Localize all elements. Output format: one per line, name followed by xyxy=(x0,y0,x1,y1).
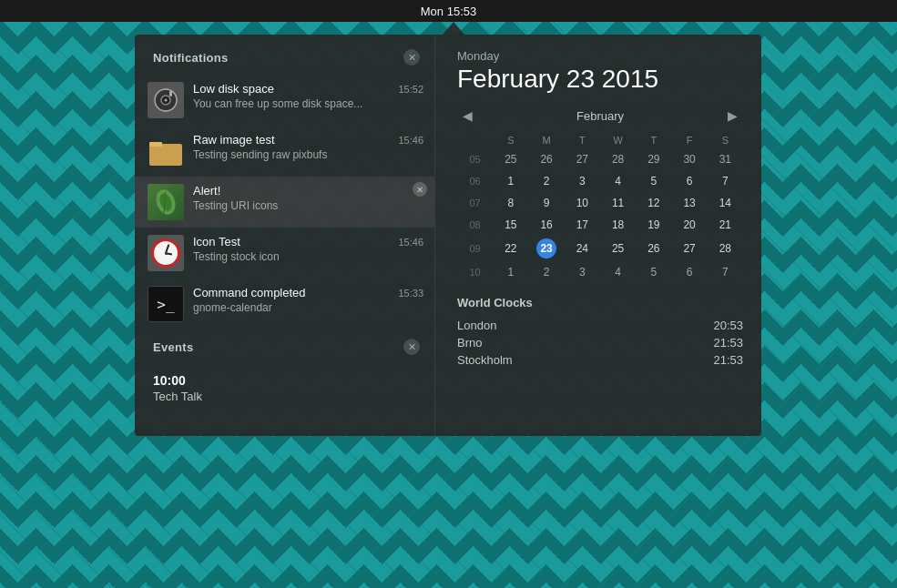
cal-header-tue: T xyxy=(565,132,600,148)
cal-header-thu: T xyxy=(636,132,671,148)
calendar-day[interactable]: 9 xyxy=(529,192,565,214)
notification-item-alert[interactable]: Alert! Testing URI icons ✕ xyxy=(135,177,434,228)
calendar-date: February 23 2015 xyxy=(457,65,743,94)
calendar-day[interactable]: 29 xyxy=(636,148,671,170)
notification-item[interactable]: >_ Command completed 15:33 gnome-calenda… xyxy=(135,279,434,329)
cal-header-sat: S xyxy=(708,132,743,148)
cal-header-sun: S xyxy=(493,132,528,148)
notif-title: Command completed xyxy=(193,286,306,299)
notification-item[interactable]: Icon Test 15:46 Testing stock icon xyxy=(135,228,434,279)
calendar-day[interactable]: 4 xyxy=(600,261,636,283)
notifications-header: Notifications ✕ xyxy=(135,49,434,75)
calendar-prev-button[interactable]: ◀ xyxy=(457,106,478,125)
calendar-day[interactable]: 19 xyxy=(636,214,671,236)
event-time: 10:00 xyxy=(153,373,420,388)
calendar-day[interactable]: 26 xyxy=(529,148,565,170)
calendar-day[interactable]: 24 xyxy=(565,236,600,261)
calendar-day[interactable]: 28 xyxy=(600,148,636,170)
notif-content: Command completed 15:33 gnome-calendar xyxy=(193,286,423,314)
notif-title: Raw image test xyxy=(193,133,275,147)
cal-header-fri: F xyxy=(672,132,708,148)
calendar-day[interactable]: 16 xyxy=(529,214,565,236)
week-col-header xyxy=(457,132,493,148)
notif-clock-icon xyxy=(148,235,184,271)
svg-rect-3 xyxy=(169,91,172,96)
world-clocks-title: World Clocks xyxy=(457,296,743,309)
calendar-day[interactable]: 15 xyxy=(493,214,528,236)
notif-time: 15:46 xyxy=(398,237,423,248)
calendar-day[interactable]: 3 xyxy=(565,261,600,283)
calendar-day-today[interactable]: 23 xyxy=(529,236,565,261)
calendar-day[interactable]: 20 xyxy=(672,214,708,236)
calendar-day[interactable]: 17 xyxy=(565,214,600,236)
calendar-day[interactable]: 2 xyxy=(529,170,565,192)
week-number: 10 xyxy=(457,261,493,283)
notification-item[interactable]: Raw image test 15:46 Testing sending raw… xyxy=(135,126,434,177)
calendar-grid: S M T W T F S 05 25 26 27 28 29 xyxy=(457,132,743,283)
calendar-day[interactable]: 25 xyxy=(493,148,528,170)
notif-title: Alert! xyxy=(193,184,220,198)
notif-body: Testing sending raw pixbufs xyxy=(193,148,423,161)
notif-body: You can free up some disk space... xyxy=(193,97,423,110)
calendar-day[interactable]: 25 xyxy=(600,236,636,261)
calendar-day[interactable]: 3 xyxy=(565,170,600,192)
calendar-day[interactable]: 22 xyxy=(493,236,528,261)
clock-item-stockholm: Stockholm 21:53 xyxy=(457,351,743,369)
notif-content: Low disk space 15:52 You can free up som… xyxy=(193,82,423,110)
calendar-day[interactable]: 1 xyxy=(493,170,528,192)
notif-content: Alert! Testing URI icons xyxy=(193,184,423,212)
notif-body: gnome-calendar xyxy=(193,301,423,314)
calendar-day[interactable]: 2 xyxy=(529,261,565,283)
week-number: 06 xyxy=(457,170,493,192)
calendar-day[interactable]: 12 xyxy=(636,192,671,214)
calendar-day-name: Monday xyxy=(457,49,743,63)
close-notifications-button[interactable]: ✕ xyxy=(403,49,420,66)
calendar-day[interactable]: 6 xyxy=(672,261,708,283)
calendar-day[interactable]: 18 xyxy=(600,214,636,236)
calendar-day[interactable]: 4 xyxy=(600,170,636,192)
notif-disk-icon xyxy=(148,82,184,118)
calendar-day[interactable]: 26 xyxy=(636,236,671,261)
cal-header-mon: M xyxy=(529,132,565,148)
close-notif-button[interactable]: ✕ xyxy=(413,182,427,197)
clock-time-brno: 21:53 xyxy=(713,336,743,350)
calendar-next-button[interactable]: ▶ xyxy=(722,106,743,125)
calendar-day[interactable]: 30 xyxy=(672,148,708,170)
calendar-day[interactable]: 6 xyxy=(672,170,708,192)
svg-point-2 xyxy=(165,99,168,102)
calendar-day[interactable]: 5 xyxy=(636,170,671,192)
notif-content: Raw image test 15:46 Testing sending raw… xyxy=(193,133,423,161)
events-section: Events ✕ 10:00 Tech Talk xyxy=(135,329,434,421)
notif-body: Testing stock icon xyxy=(193,250,423,263)
calendar-day[interactable]: 14 xyxy=(708,192,743,214)
calendar-day[interactable]: 8 xyxy=(493,192,528,214)
calendar-day[interactable]: 7 xyxy=(708,261,743,283)
notif-terminal-icon: >_ xyxy=(148,286,184,322)
calendar-day[interactable]: 5 xyxy=(636,261,671,283)
notifications-title: Notifications xyxy=(153,51,229,65)
week-number: 08 xyxy=(457,214,493,236)
notif-content: Icon Test 15:46 Testing stock icon xyxy=(193,235,423,263)
notif-time: 15:33 xyxy=(398,288,423,299)
calendar-day[interactable]: 27 xyxy=(672,236,708,261)
calendar-day[interactable]: 27 xyxy=(565,148,600,170)
clock-city-brno: Brno xyxy=(457,336,482,350)
events-header: Events ✕ xyxy=(135,339,434,364)
top-bar: Mon 15:53 xyxy=(0,0,897,22)
calendar-day[interactable]: 21 xyxy=(708,214,743,236)
calendar-day[interactable]: 28 xyxy=(708,236,743,261)
calendar-day[interactable]: 10 xyxy=(565,192,600,214)
notification-item[interactable]: Low disk space 15:52 You can free up som… xyxy=(135,75,434,126)
top-bar-time: Mon 15:53 xyxy=(421,5,476,18)
calendar-day[interactable]: 7 xyxy=(708,170,743,192)
week-number: 07 xyxy=(457,192,493,214)
calendar-day[interactable]: 13 xyxy=(672,192,708,214)
calendar-day[interactable]: 31 xyxy=(708,148,743,170)
svg-rect-4 xyxy=(149,144,182,166)
event-item[interactable]: 10:00 Tech Talk xyxy=(135,364,434,412)
calendar-day[interactable]: 1 xyxy=(493,261,528,283)
calendar-day[interactable]: 11 xyxy=(600,192,636,214)
calendar-header: ◀ February ▶ xyxy=(457,106,743,125)
clock-city-stockholm: Stockholm xyxy=(457,353,513,367)
close-events-button[interactable]: ✕ xyxy=(403,339,420,355)
